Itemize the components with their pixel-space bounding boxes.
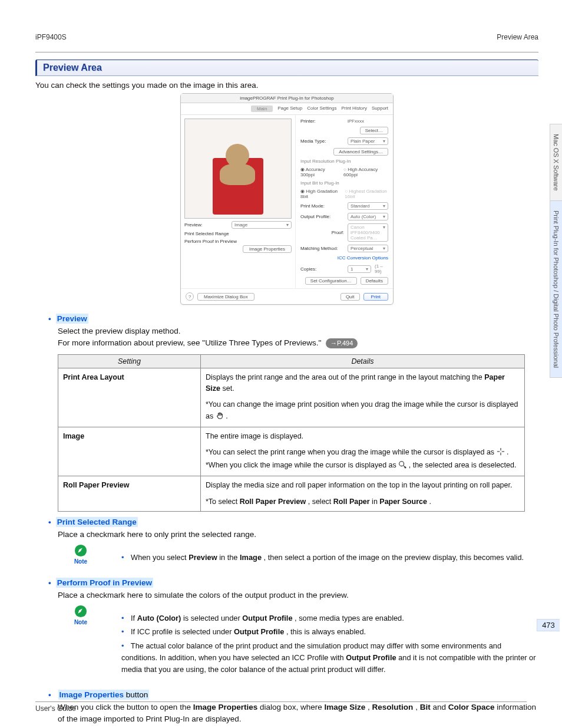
radio-accuracy-300[interactable]: Accuracy 300ppi: [300, 167, 336, 177]
row-print-area-layout-details: Displays the print range and the area ou…: [201, 368, 525, 427]
matching-method-select[interactable]: Perceptual: [348, 245, 388, 252]
output-profile-label: Output Profile:: [300, 214, 344, 219]
th-setting: Setting: [58, 354, 201, 368]
item-print-selected-title: Print Selected Range: [56, 517, 138, 527]
svg-point-0: [399, 462, 404, 466]
item-preview-title: Preview: [56, 314, 88, 324]
copies-range: (1 – 99): [375, 263, 388, 274]
intro-text: You can check the settings you made on t…: [35, 81, 538, 90]
section-title: Preview Area: [35, 60, 538, 76]
link-perform-proof[interactable]: Perform Proof in Preview: [184, 239, 292, 244]
hand-cursor-icon: [216, 411, 224, 423]
image-properties-button[interactable]: Image Properties: [243, 245, 292, 253]
magnifier-minus-icon: [398, 460, 406, 472]
item-print-selected-body: Place a checkmark here to only print the…: [58, 529, 538, 541]
section-name-top: Preview Area: [497, 33, 538, 41]
tab-print-history[interactable]: Print History: [341, 106, 367, 112]
copies-label: Copies:: [300, 266, 344, 272]
crosshair-cursor-icon: [497, 447, 505, 459]
group-input-resolution: Input Resolution Plug-In: [300, 159, 388, 164]
maximize-dialog-button[interactable]: Maximize Dialog Box: [197, 293, 254, 301]
row-roll-paper-key: Roll Paper Preview: [58, 476, 201, 512]
advanced-settings-button[interactable]: Advanced Settings…: [333, 148, 388, 156]
media-type-label: Media Type:: [300, 139, 344, 144]
section-title-text: Preview Area: [43, 62, 533, 73]
preview-thumbnail: [184, 118, 292, 219]
quit-button[interactable]: Quit: [340, 293, 360, 301]
group-input-bit: Input Bit to Plug-In: [300, 180, 388, 186]
preview-label: Preview:: [184, 222, 228, 228]
item-imgprop-title-rest: button: [124, 690, 148, 699]
item-proof-body: Place a checkmark here to simulate the c…: [58, 589, 538, 601]
icc-options-link[interactable]: ICC Conversion Options: [300, 255, 388, 261]
printer-label: Printer:: [300, 118, 344, 124]
output-profile-select[interactable]: Auto (Color): [348, 213, 388, 220]
print-mode-label: Print Mode:: [300, 203, 344, 209]
product-name: iPF9400S: [35, 33, 67, 41]
proof-label: Proof:: [300, 230, 344, 235]
printer-value: iPFxxxx: [348, 118, 388, 124]
media-type-select[interactable]: Plain Paper: [348, 137, 388, 145]
defaults-button[interactable]: Defaults: [361, 277, 388, 285]
side-tabs: Mac OS X Software Print Plug-In for Phot…: [550, 124, 562, 378]
row-image-key: Image: [58, 427, 201, 476]
printer-select-button[interactable]: Select…: [360, 127, 388, 134]
item-preview-body-1: Select the preview display method.: [58, 325, 538, 337]
note-box-1: Note When you select Preview in the Imag…: [71, 544, 538, 573]
window-title: imagePROGRAF Print Plug-In for Photoshop: [181, 94, 393, 103]
print-mode-select[interactable]: Standard: [348, 202, 388, 210]
row-print-area-layout-key: Print Area Layout: [58, 368, 201, 427]
note-pencil-icon: [74, 544, 87, 557]
help-icon[interactable]: ?: [186, 292, 194, 301]
page-number: 473: [537, 619, 560, 631]
tab-page-setup[interactable]: Page Setup: [277, 106, 302, 112]
row-image-details: The entire image is displayed. *You can …: [201, 427, 525, 476]
tab-main[interactable]: Main: [251, 106, 273, 112]
note-pencil-icon: [74, 605, 87, 618]
radio-accuracy-600[interactable]: High Accuracy 600ppi: [343, 167, 388, 177]
matching-method-label: Matching Method:: [300, 246, 344, 251]
set-configuration-button[interactable]: Set Configuration…: [305, 277, 357, 285]
note-box-2: Note If Auto (Color) is selected under O…: [71, 605, 538, 686]
footer-text: User's Guide: [35, 701, 527, 713]
radio-16bit: Highest Gradation 16bit: [345, 189, 388, 199]
page-ref-494[interactable]: →P.494: [326, 338, 358, 348]
preview-settings-table: Setting Details Print Area Layout Displa…: [58, 354, 525, 512]
link-print-selected-range[interactable]: Print Selected Range: [184, 231, 292, 236]
item-imgprop-title-strong: Image Properties: [59, 690, 124, 699]
item-proof-title: Perform Proof in Preview: [56, 578, 153, 588]
print-button[interactable]: Print: [363, 293, 388, 301]
copies-input[interactable]: 1: [348, 265, 371, 273]
item-preview-body-2: For more information about preview, see …: [58, 338, 323, 347]
tab-support[interactable]: Support: [372, 106, 388, 112]
side-tab-plugin[interactable]: Print Plug-In for Photoshop / Digital Ph…: [550, 200, 562, 378]
radio-8bit[interactable]: High Gradation 8bit: [300, 189, 338, 199]
tab-color-settings[interactable]: Color Settings: [307, 106, 336, 112]
app-screenshot: imagePROGRAF Print Plug-In for Photoshop…: [180, 93, 394, 305]
row-roll-paper-details: Display the media size and roll paper in…: [201, 476, 525, 512]
proof-select: Canon iPF8400/9400 Coated Pa…: [348, 223, 388, 242]
th-details: Details: [201, 354, 525, 368]
preview-select[interactable]: Image: [232, 221, 292, 229]
tab-bar: Main Page Setup Color Settings Print His…: [181, 103, 393, 115]
side-tab-os[interactable]: Mac OS X Software: [550, 124, 562, 200]
